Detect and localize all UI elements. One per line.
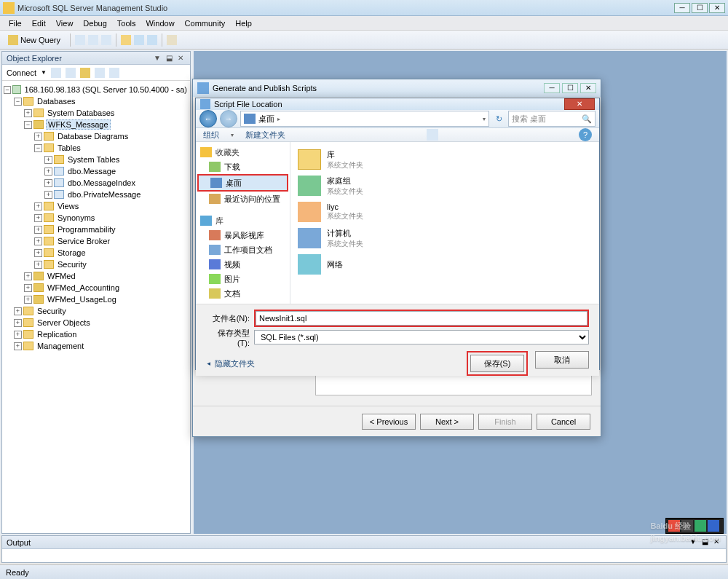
side-recent[interactable]: 最近访问的位置 bbox=[224, 194, 280, 205]
menu-help[interactable]: Help bbox=[231, 17, 256, 29]
doc-icon bbox=[209, 245, 221, 255]
tree-storage[interactable]: Storage bbox=[56, 248, 87, 257]
wizard-close[interactable]: ✕ bbox=[580, 83, 596, 93]
toolbar-icon-4[interactable] bbox=[167, 35, 177, 45]
connect-bar: Connect▼ bbox=[2, 65, 190, 81]
toolbar-icon-3[interactable] bbox=[101, 35, 111, 45]
save-button[interactable]: 保存(S) bbox=[470, 355, 524, 372]
tree-server[interactable]: 168.160.98.183 (SQL Server 10.50.4000 - … bbox=[23, 85, 189, 94]
folder-icon bbox=[23, 330, 33, 339]
tree-sb[interactable]: Service Broker bbox=[56, 237, 111, 245]
menu-debug[interactable]: Debug bbox=[79, 17, 111, 29]
cancel-button[interactable]: 取消 bbox=[535, 351, 589, 369]
user-icon bbox=[298, 202, 321, 222]
tree-nsec[interactable]: Security bbox=[36, 307, 68, 315]
tree-wfks[interactable]: WFKS_Message bbox=[46, 119, 111, 130]
side-video[interactable]: 视频 bbox=[224, 259, 240, 270]
list-item[interactable]: 家庭组系统文件夹 bbox=[295, 173, 595, 199]
wizard-next-button[interactable]: Next > bbox=[420, 414, 474, 430]
side-lib[interactable]: 库 bbox=[215, 216, 223, 227]
filename-input[interactable] bbox=[256, 311, 587, 326]
breadcrumb[interactable]: 桌面 ▸ ▾ bbox=[240, 111, 489, 127]
nav-forward-button[interactable]: → bbox=[220, 110, 237, 127]
organize-button[interactable]: 组织 bbox=[203, 130, 219, 141]
table-icon bbox=[54, 190, 64, 199]
view-icon[interactable] bbox=[427, 129, 438, 141]
side-proj[interactable]: 工作项目文档 bbox=[224, 245, 272, 256]
help-icon[interactable]: ? bbox=[579, 128, 592, 141]
tree-databases[interactable]: Databases bbox=[36, 97, 77, 106]
wizard-prev-button[interactable]: < Previous bbox=[362, 414, 416, 430]
filetype-select[interactable]: SQL Files (*.sql) bbox=[254, 330, 589, 344]
nav-back-button[interactable]: ← bbox=[199, 110, 217, 127]
file-list[interactable]: 库系统文件夹 家庭组系统文件夹 liyc系统文件夹 计算机系统文件夹 网络 bbox=[290, 142, 599, 304]
menu-window[interactable]: Window bbox=[141, 17, 178, 29]
explorer-close-icon[interactable]: ✕ bbox=[175, 53, 186, 63]
refresh-icon[interactable]: ↻ bbox=[492, 114, 505, 124]
wizard-maximize[interactable]: ☐ bbox=[562, 83, 578, 93]
list-item[interactable]: 网络 bbox=[295, 251, 595, 277]
minimize-button[interactable]: ─ bbox=[674, 3, 690, 13]
tree-db3[interactable]: WFMed_Accounting bbox=[46, 283, 121, 292]
save-icon[interactable] bbox=[134, 35, 144, 45]
connect-button[interactable]: Connect bbox=[7, 68, 36, 77]
open-icon[interactable] bbox=[121, 35, 131, 45]
tree-diagrams[interactable]: Database Diagrams bbox=[56, 132, 130, 141]
hide-folders-link[interactable]: 隐藏文件夹 bbox=[206, 358, 255, 369]
side-dl[interactable]: 下载 bbox=[224, 162, 240, 173]
connect-icon-2[interactable] bbox=[66, 68, 76, 78]
save-dialog-close[interactable]: ✕ bbox=[564, 98, 595, 110]
side-fav[interactable]: 收藏夹 bbox=[215, 147, 240, 158]
side-storm[interactable]: 暴风影视库 bbox=[224, 230, 264, 241]
tree-t1[interactable]: dbo.Message bbox=[66, 167, 117, 176]
explorer-pin-icon[interactable]: ▼ bbox=[152, 53, 162, 63]
tree-db2[interactable]: WFMed bbox=[46, 272, 77, 280]
item-sub: 系统文件夹 bbox=[327, 211, 363, 221]
menu-edit[interactable]: Edit bbox=[28, 17, 50, 29]
tree-db4[interactable]: WFMed_UsageLog bbox=[46, 295, 118, 304]
toolbar-icon-2[interactable] bbox=[88, 35, 98, 45]
watermark-text: Baidu 经验 bbox=[650, 521, 691, 530]
tree-nrepl[interactable]: Replication bbox=[36, 330, 78, 339]
side-pic[interactable]: 图片 bbox=[224, 274, 240, 285]
search-box[interactable]: 搜索 桌面 🔍 bbox=[508, 111, 596, 127]
folder-icon bbox=[44, 237, 54, 245]
connect-icon-4[interactable] bbox=[95, 68, 105, 78]
explorer-autohide-icon[interactable]: ⬓ bbox=[164, 53, 174, 63]
item-sub: 系统文件夹 bbox=[327, 186, 363, 197]
side-doc[interactable]: 文档 bbox=[224, 288, 240, 299]
menu-community[interactable]: Community bbox=[181, 17, 230, 29]
list-item[interactable]: 库系统文件夹 bbox=[295, 146, 595, 173]
toolbar-icon-1[interactable] bbox=[75, 35, 85, 45]
watermark-sub: jingyan.baidu.com bbox=[650, 534, 721, 543]
tree-security[interactable]: Security bbox=[56, 260, 88, 269]
tree-nmgmt[interactable]: Management bbox=[36, 342, 85, 350]
connect-icon-1[interactable] bbox=[51, 68, 61, 78]
tree-t3[interactable]: dbo.PrivateMessage bbox=[66, 190, 142, 199]
close-button[interactable]: ✕ bbox=[709, 3, 725, 13]
tree-tables[interactable]: Tables bbox=[56, 143, 82, 152]
side-desktop[interactable]: 桌面 bbox=[226, 178, 242, 189]
wizard-minimize[interactable]: ─ bbox=[544, 83, 560, 93]
saveall-icon[interactable] bbox=[147, 35, 157, 45]
new-query-button[interactable]: New Query bbox=[3, 33, 66, 47]
tree-t2[interactable]: dbo.MessageIndex bbox=[66, 178, 137, 187]
connect-icon-3[interactable] bbox=[80, 68, 90, 78]
list-item[interactable]: 计算机系统文件夹 bbox=[295, 225, 595, 251]
tree-prog[interactable]: Programmability bbox=[56, 225, 116, 234]
menu-file[interactable]: File bbox=[4, 17, 26, 29]
tree-nsrvobj[interactable]: Server Objects bbox=[36, 318, 92, 327]
tree-views[interactable]: Views bbox=[56, 202, 80, 210]
menu-view[interactable]: View bbox=[52, 17, 78, 29]
connect-icon-5[interactable] bbox=[109, 68, 119, 78]
wizard-cancel-button[interactable]: Cancel bbox=[537, 414, 590, 430]
list-item[interactable]: liyc系统文件夹 bbox=[295, 199, 595, 225]
menu-tools[interactable]: Tools bbox=[113, 17, 141, 29]
maximize-button[interactable]: ☐ bbox=[692, 3, 708, 13]
item-name: 家庭组 bbox=[327, 176, 363, 186]
tree[interactable]: −168.160.98.183 (SQL Server 10.50.4000 -… bbox=[2, 81, 190, 533]
tree-syn[interactable]: Synonyms bbox=[56, 213, 96, 222]
tree-sysdb[interactable]: System Databases bbox=[46, 109, 116, 117]
newfolder-button[interactable]: 新建文件夹 bbox=[245, 130, 285, 141]
tree-systables[interactable]: System Tables bbox=[66, 155, 121, 164]
